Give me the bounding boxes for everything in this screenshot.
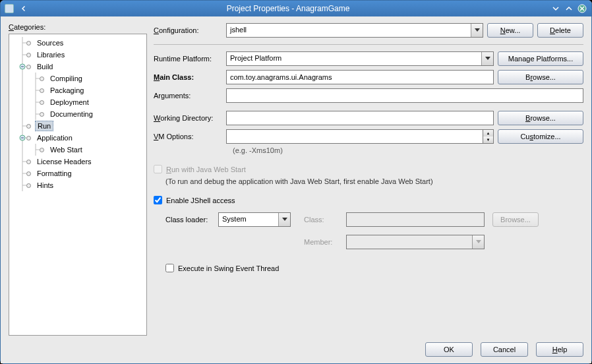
customize-button[interactable]: Customize... bbox=[498, 129, 583, 144]
spinner-down-icon[interactable]: ▼ bbox=[483, 136, 493, 143]
browse-class-button: Browse... bbox=[492, 212, 539, 227]
tree-item[interactable]: Run bbox=[9, 120, 146, 132]
webstart-note: (To run and debug the application with J… bbox=[165, 177, 583, 185]
app-icon bbox=[5, 4, 14, 13]
minimize-icon[interactable] bbox=[550, 3, 561, 14]
tree-item[interactable]: Compiling bbox=[9, 73, 146, 84]
tree-item[interactable]: Formatting bbox=[9, 167, 146, 179]
pin-icon[interactable] bbox=[20, 5, 28, 13]
maximize-icon[interactable] bbox=[564, 3, 574, 14]
new-button[interactable]: New... bbox=[487, 23, 533, 38]
dialog-footer: OK Cancel Help bbox=[9, 336, 583, 357]
tree-item[interactable]: Hints bbox=[9, 179, 146, 191]
main-class-input[interactable] bbox=[226, 70, 494, 84]
categories-tree[interactable]: SourcesLibrariesBuildCompilingPackagingD… bbox=[9, 34, 147, 336]
divider bbox=[154, 44, 583, 45]
vm-options-label: VM Options: bbox=[154, 133, 226, 140]
spinner-buttons[interactable]: ▲ ▼ bbox=[483, 129, 494, 144]
project-properties-dialog: Project Properties - AnagramGame Categor… bbox=[0, 0, 592, 364]
window-title: Project Properties - AnagramGame bbox=[28, 4, 548, 13]
vm-options-input[interactable]: ▲ ▼ bbox=[226, 129, 494, 144]
member-combo bbox=[346, 235, 485, 249]
tree-item[interactable]: Packaging bbox=[9, 84, 146, 96]
tree-item[interactable]: Sources bbox=[9, 37, 146, 49]
working-dir-label: Working Directory: bbox=[154, 114, 226, 122]
working-dir-input[interactable] bbox=[226, 111, 494, 125]
arguments-input[interactable] bbox=[226, 88, 583, 103]
configuration-combo[interactable]: jshell bbox=[226, 23, 483, 38]
member-label: Member: bbox=[304, 238, 342, 246]
runtime-platform-combo[interactable]: Project Platform bbox=[226, 51, 494, 66]
ok-button[interactable]: OK bbox=[425, 342, 473, 357]
tree-item[interactable]: Build bbox=[9, 61, 146, 73]
vm-hint: (e.g. -Xms10m) bbox=[233, 146, 583, 154]
configuration-label: Configuration: bbox=[154, 26, 226, 34]
class-loader-label: Class loader: bbox=[165, 216, 214, 224]
titlebar[interactable]: Project Properties - AnagramGame bbox=[1, 1, 591, 16]
main-class-label: Main Class: bbox=[154, 73, 226, 81]
tree-item[interactable]: Deployment bbox=[9, 96, 146, 108]
tree-item[interactable]: Application bbox=[9, 132, 146, 144]
browse-main-class-button[interactable]: Browse... bbox=[498, 70, 583, 84]
arguments-label: Arguments: bbox=[154, 92, 226, 100]
delete-button[interactable]: Delete bbox=[537, 23, 583, 38]
chevron-down-icon[interactable] bbox=[481, 52, 493, 65]
categories-label: Categories: bbox=[9, 23, 147, 31]
browse-working-dir-button[interactable]: Browse... bbox=[498, 111, 583, 125]
dialog-body: Categories: SourcesLibrariesBuildCompili… bbox=[1, 16, 591, 363]
chevron-down-icon[interactable] bbox=[471, 24, 483, 37]
enable-jshell-checkbox[interactable]: Enable JShell access bbox=[154, 196, 583, 204]
tree-item[interactable]: Web Start bbox=[9, 144, 146, 156]
execute-swing-checkbox[interactable]: Execute in Swing Event Thread bbox=[165, 264, 583, 272]
class-label: Class: bbox=[304, 216, 342, 224]
runtime-platform-label: Runtime Platform: bbox=[154, 55, 226, 63]
chevron-down-icon bbox=[472, 235, 484, 249]
help-button[interactable]: Help bbox=[536, 342, 583, 357]
manage-platforms-button[interactable]: Manage Platforms... bbox=[498, 51, 583, 66]
class-input bbox=[346, 212, 485, 227]
close-icon[interactable] bbox=[577, 3, 587, 14]
cancel-button[interactable]: Cancel bbox=[481, 342, 528, 357]
run-webstart-checkbox: Run with Java Web Start bbox=[154, 165, 583, 173]
chevron-down-icon[interactable] bbox=[278, 213, 290, 226]
tree-item[interactable]: Documenting bbox=[9, 108, 146, 120]
class-loader-combo[interactable]: System bbox=[218, 212, 291, 227]
spinner-up-icon[interactable]: ▲ bbox=[483, 130, 493, 136]
tree-item[interactable]: Libraries bbox=[9, 49, 146, 61]
tree-item[interactable]: License Headers bbox=[9, 156, 146, 167]
